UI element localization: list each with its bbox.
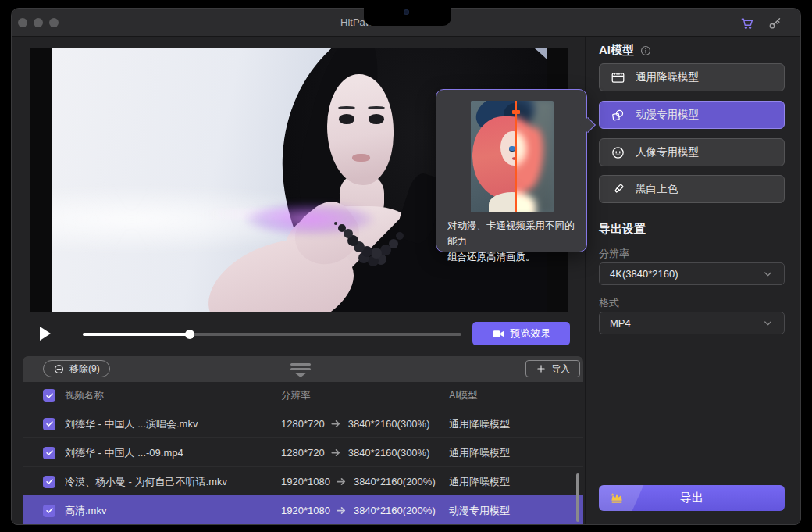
- resolution-dropdown[interactable]: 4K(3840*2160): [599, 262, 785, 285]
- arrow-right-icon: [331, 420, 342, 428]
- display-notch: [364, 0, 451, 26]
- chevron-down-icon: [762, 268, 774, 280]
- minimize-window-button[interactable]: [34, 18, 43, 27]
- model-button-general-denoise[interactable]: 通用降噪模型: [599, 63, 785, 91]
- file-name: 冷漠、杨小曼 - 为何自己不听话.mkv: [65, 467, 227, 496]
- anime-model-tooltip: 对动漫、卡通视频采用不同的能力 组合还原高清画质。: [436, 89, 587, 252]
- camera-dot: [404, 9, 409, 15]
- row-ai-model: 动漫专用模型: [449, 496, 510, 525]
- anime-shapes-icon: [611, 108, 625, 123]
- file-list-toolbar: 移除(9) 导入: [23, 356, 583, 382]
- table-row[interactable]: 刘德华 - 中国人 ...演唱会.mkv 1280*720 3840*2160(…: [23, 409, 583, 437]
- row-checkbox[interactable]: [43, 447, 55, 459]
- comparison-slider-line[interactable]: [515, 101, 517, 212]
- panel-resize-handle[interactable]: [290, 363, 311, 377]
- target-resolution: 3840*2160(300%): [348, 447, 430, 459]
- zoom-window-button[interactable]: [49, 18, 59, 27]
- file-name: 刘德华 - 中国人 ...演唱会.mkv: [65, 409, 198, 438]
- file-name: 高清.mkv: [65, 496, 106, 525]
- cart-icon[interactable]: [739, 16, 755, 31]
- table-header: 视频名称 分辨率 AI模型: [23, 382, 583, 409]
- arrow-right-icon: [337, 477, 347, 486]
- table-rows: 刘德华 - 中国人 ...演唱会.mkv 1280*720 3840*2160(…: [23, 409, 583, 524]
- arrow-right-icon: [331, 448, 342, 457]
- file-list-card: 移除(9) 导入: [23, 356, 583, 525]
- model-button-colorize[interactable]: 黑白上色: [599, 175, 785, 203]
- right-panel: AI模型 通用降噪模型: [585, 37, 801, 525]
- format-value: MP4: [610, 317, 631, 329]
- subject-face: [327, 74, 394, 185]
- arrow-right-icon: [337, 506, 347, 515]
- close-window-button[interactable]: [18, 18, 27, 27]
- row-checkbox[interactable]: [43, 418, 55, 430]
- row-ai-model: 通用降噪模型: [449, 438, 510, 467]
- export-settings-title: 导出设置: [599, 222, 646, 237]
- import-button[interactable]: 导入: [525, 360, 580, 377]
- original-blurred-half: [516, 101, 554, 212]
- purple-light-flare: [245, 203, 374, 235]
- row-checkbox[interactable]: [43, 505, 55, 517]
- info-icon[interactable]: [639, 45, 652, 57]
- screen: HitPaw: [0, 0, 812, 532]
- model-label: 通用降噪模型: [636, 70, 699, 84]
- source-resolution: 1280*720: [281, 447, 325, 459]
- column-header-resolution: 分辨率: [281, 382, 311, 409]
- export-label: 导出: [680, 491, 703, 505]
- film-frame-icon: [611, 70, 625, 85]
- preview-effect-label: 预览效果: [511, 327, 551, 341]
- import-label: 导入: [551, 362, 570, 376]
- source-resolution: 1920*1080: [281, 476, 330, 487]
- video-camera-icon: [492, 327, 505, 341]
- export-button[interactable]: 导出: [599, 485, 785, 511]
- target-resolution: 3840*2160(300%): [348, 418, 430, 430]
- enhanced-half: [471, 101, 516, 212]
- comparison-slider-handle-top[interactable]: [512, 110, 520, 114]
- paint-brush-icon: [611, 182, 625, 197]
- resolution-value: 4K(3840*2160): [610, 268, 678, 280]
- table-row[interactable]: 刘德华 - 中国人 ...-09.mp4 1280*720 3840*2160(…: [23, 437, 583, 466]
- remove-label: 移除(9): [69, 362, 100, 376]
- seek-thumb[interactable]: [185, 330, 194, 339]
- format-label: 格式: [599, 296, 619, 310]
- resolution-label: 分辨率: [599, 247, 629, 261]
- model-label: 黑白上色: [636, 182, 678, 196]
- target-resolution: 3840*2160(200%): [354, 476, 436, 487]
- target-resolution: 3840*2160(200%): [354, 505, 436, 516]
- row-ai-model: 通用降噪模型: [449, 409, 510, 438]
- key-icon[interactable]: [767, 16, 783, 31]
- list-scrollbar[interactable]: [576, 473, 579, 522]
- source-resolution: 1280*720: [281, 418, 325, 430]
- play-button[interactable]: [36, 325, 53, 342]
- table-row-selected[interactable]: 高清.mkv 1920*1080 3840*2160(200%) 动漫专用模型: [23, 495, 583, 524]
- source-resolution: 1920*1080: [281, 505, 330, 516]
- app-window: HitPaw: [11, 8, 801, 525]
- face-icon: [611, 145, 625, 160]
- file-name: 刘德华 - 中国人 ...-09.mp4: [65, 438, 183, 467]
- row-ai-model: 通用降噪模型: [449, 467, 510, 496]
- model-label: 人像专用模型: [636, 145, 699, 159]
- plus-icon: [536, 363, 547, 374]
- crown-icon: [609, 491, 625, 506]
- seek-slider[interactable]: [83, 333, 461, 336]
- model-label: 动漫专用模型: [636, 108, 699, 122]
- minus-circle-icon: [53, 363, 65, 375]
- chevron-down-icon: [762, 317, 774, 329]
- format-dropdown[interactable]: MP4: [599, 312, 785, 334]
- remove-button[interactable]: 移除(9): [43, 360, 110, 377]
- model-button-portrait[interactable]: 人像专用模型: [599, 138, 785, 166]
- column-header-name: 视频名称: [65, 382, 104, 409]
- row-checkbox[interactable]: [43, 476, 55, 488]
- select-all-checkbox[interactable]: [43, 389, 55, 402]
- table-row[interactable]: 冷漠、杨小曼 - 为何自己不听话.mkv 1920*1080 3840*2160…: [23, 466, 583, 495]
- seek-progress: [83, 333, 190, 336]
- tooltip-text: 对动漫、卡通视频采用不同的能力 组合还原高清画质。: [447, 218, 579, 265]
- comparison-image: [471, 101, 554, 212]
- player-controls: 预览效果: [30, 312, 568, 355]
- model-button-anime[interactable]: 动漫专用模型: [599, 101, 785, 129]
- ai-models-title: AI模型: [599, 43, 634, 58]
- column-header-model: AI模型: [449, 382, 478, 409]
- preview-effect-button[interactable]: 预览效果: [472, 322, 570, 345]
